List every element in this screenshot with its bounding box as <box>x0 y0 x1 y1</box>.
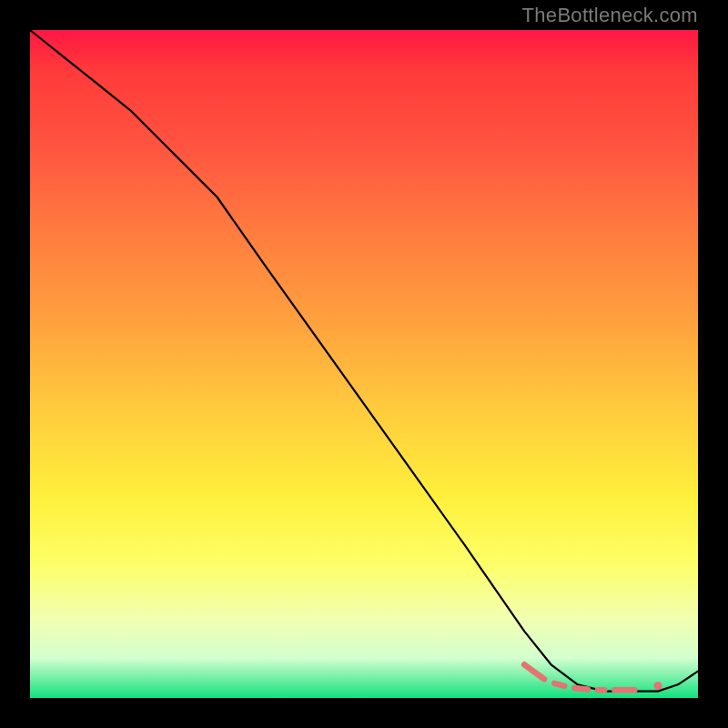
plot-area <box>30 30 698 698</box>
svg-line-2 <box>574 688 588 689</box>
watermark-text: TheBottleneck.com <box>522 4 698 27</box>
svg-line-1 <box>554 683 564 686</box>
main-curve <box>30 30 698 692</box>
svg-point-5 <box>653 682 662 690</box>
svg-line-0 <box>524 664 544 679</box>
chart-frame: TheBottleneck.com <box>0 0 728 728</box>
chart-svg <box>30 30 698 698</box>
highlight-dashes <box>524 664 662 690</box>
